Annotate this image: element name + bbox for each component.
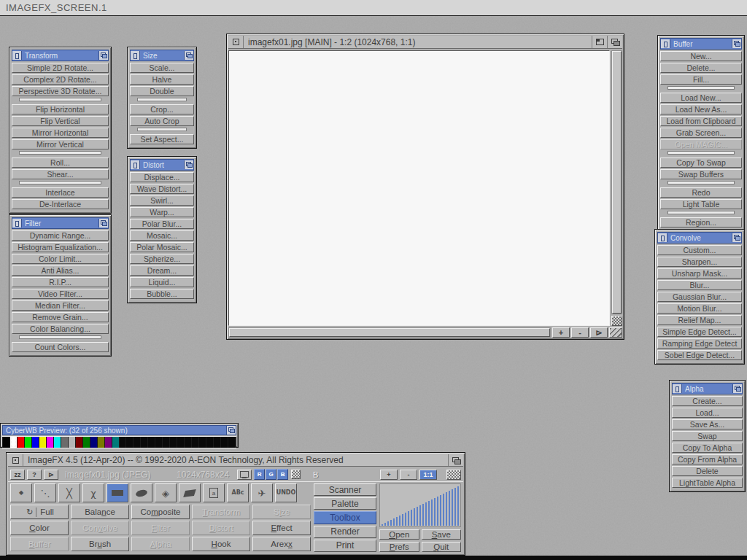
color-swatch[interactable]	[148, 437, 155, 448]
image-window-titlebar[interactable]: imagefx01.jpg [MAIN] - 1:2 (1024x768, 1:…	[228, 36, 622, 49]
region-button[interactable]: Region...	[660, 217, 742, 228]
remove-grain-button[interactable]: Remove Grain...	[12, 312, 109, 322]
buffer-button[interactable]: Buffer	[10, 537, 69, 551]
anti-alias-button[interactable]: Anti Alias...	[12, 265, 109, 276]
polygon-tool[interactable]: ◈	[155, 483, 177, 502]
color-swatch[interactable]	[133, 437, 140, 448]
depth-icon[interactable]	[184, 51, 193, 60]
color-swatch[interactable]	[126, 437, 133, 448]
vertical-scroll-thumb[interactable]	[612, 51, 622, 314]
color-swatch[interactable]	[32, 437, 39, 448]
dream-button[interactable]: Dream...	[130, 265, 194, 276]
monitor-icon[interactable]	[237, 470, 252, 480]
redo-button[interactable]: Redo	[660, 187, 742, 198]
toolbox-button[interactable]: Toolbox	[314, 511, 376, 524]
zoom-one-to-one-button[interactable]: 1:1	[419, 470, 437, 480]
prefs-button[interactable]: Prefs	[379, 542, 419, 552]
custom-button[interactable]: Custom...	[657, 245, 742, 255]
color-swatch[interactable]	[214, 437, 220, 448]
blur-button[interactable]: Blur...	[657, 280, 742, 290]
histogram-equalization-button[interactable]: Histogram Equalization...	[12, 242, 109, 252]
close-icon[interactable]	[228, 36, 244, 48]
hook-button[interactable]: Hook	[192, 537, 250, 551]
bubble-button[interactable]: Bubble...	[130, 289, 194, 299]
auto-crop-button[interactable]: Auto Crop	[130, 116, 194, 126]
median-filter-button[interactable]: Median Filter...	[12, 300, 109, 311]
color-swatch[interactable]	[83, 437, 90, 448]
balance-button[interactable]: Balance	[71, 505, 129, 519]
ramping-edge-detect-button[interactable]: Ramping Edge Detect	[657, 338, 742, 349]
horizontal-scroll-track[interactable]	[228, 327, 551, 338]
close-icon[interactable]	[673, 384, 682, 393]
brush-button[interactable]: Brush	[71, 537, 129, 551]
shear-button[interactable]: Shear...	[12, 169, 109, 179]
delete-button[interactable]: Delete...	[660, 63, 742, 73]
close-icon[interactable]	[12, 219, 22, 228]
motion-blur-button[interactable]: Motion Blur...	[657, 303, 742, 314]
load-from-clipboard-button[interactable]: Load from Clipboard	[660, 116, 742, 126]
swirl-button[interactable]: Swirl...	[130, 195, 194, 206]
color-swatch[interactable]	[221, 437, 228, 448]
quit-button[interactable]: Quit	[422, 542, 462, 552]
vertical-scroll-track[interactable]	[611, 50, 622, 314]
double-button[interactable]: Double	[130, 86, 194, 96]
color-balancing-button[interactable]: Color Balancing...	[12, 324, 109, 334]
load-new-button[interactable]: Load New...	[660, 93, 742, 103]
convolve-button[interactable]: Convolve	[71, 521, 129, 535]
channel-r-button[interactable]: R	[254, 469, 265, 480]
gaussian-blur-button[interactable]: Gaussian Blur...	[657, 292, 742, 302]
color-swatch[interactable]	[90, 437, 97, 448]
sleep-button[interactable]: zz	[10, 470, 25, 480]
interlace-button[interactable]: Interlace	[12, 187, 109, 198]
undo-button[interactable]: UNDO	[275, 483, 297, 502]
sobel-edge-detect-button[interactable]: Sobel Edge Detect...	[657, 350, 742, 360]
color-swatch[interactable]	[25, 437, 31, 448]
depth-icon[interactable]	[732, 233, 741, 242]
resize-handle[interactable]	[609, 327, 622, 338]
set-aspect-button[interactable]: Set Aspect...	[130, 134, 194, 144]
save-button[interactable]: Save	[422, 529, 462, 540]
lighttable-alpha-button[interactable]: LightTable Alpha	[672, 478, 743, 488]
mirror-vertical-button[interactable]: Mirror Vertical	[12, 139, 109, 149]
color-swatch[interactable]	[3, 437, 9, 448]
panel-titlebar[interactable]: Size	[130, 50, 194, 61]
close-icon[interactable]	[658, 233, 667, 242]
color-swatch[interactable]	[199, 437, 206, 448]
scissors-tool[interactable]: ✈	[251, 483, 273, 502]
horizontal-scroll-thumb[interactable]	[229, 328, 550, 337]
create-button[interactable]: Create...	[672, 396, 743, 406]
composite-button[interactable]: Composite	[131, 505, 190, 519]
r-i-p-button[interactable]: R.I.P...	[12, 277, 109, 287]
sharpen-button[interactable]: Sharpen...	[657, 257, 742, 267]
color-swatch[interactable]	[141, 437, 147, 448]
color-swatch[interactable]	[10, 437, 17, 448]
crop-button[interactable]: Crop...	[130, 104, 194, 114]
close-icon[interactable]	[8, 454, 23, 466]
ellipse-tool[interactable]	[131, 483, 152, 502]
channel-g-button[interactable]: G	[266, 469, 276, 480]
warp-button[interactable]: Warp...	[130, 207, 194, 217]
channel-b-button[interactable]: B	[277, 469, 288, 480]
depth-icon[interactable]	[732, 39, 741, 48]
stamp-tool[interactable]: a	[203, 483, 225, 502]
simple-2d-rotate-button[interactable]: Simple 2D Rotate...	[12, 63, 109, 73]
distort-button[interactable]: Distort	[192, 521, 250, 535]
panel-titlebar[interactable]: Alpha	[672, 383, 743, 394]
depth-icon[interactable]	[732, 384, 742, 393]
freehand-tool[interactable]	[179, 483, 201, 502]
image-canvas[interactable]	[228, 50, 610, 326]
shrink-button[interactable]: ⊳	[44, 470, 58, 480]
window-zoom-icon[interactable]	[592, 36, 607, 48]
delete-button[interactable]: Delete	[672, 466, 743, 476]
color-swatch[interactable]	[112, 437, 119, 448]
color-swatch[interactable]	[163, 437, 169, 448]
roll-button[interactable]: Roll...	[12, 158, 109, 168]
copy-to-alpha-button[interactable]: Copy To Alpha	[672, 443, 743, 453]
color-swatch[interactable]	[69, 437, 75, 448]
zoom-out-button[interactable]: -	[571, 327, 589, 338]
open-magic-button[interactable]: Open MAGIC...	[660, 139, 742, 149]
color-limit-button[interactable]: Color Limit...	[12, 254, 109, 264]
print-button[interactable]: Print	[314, 540, 376, 552]
color-swatch[interactable]	[61, 437, 68, 448]
complex-2d-rotate-button[interactable]: Complex 2D Rotate...	[12, 74, 109, 85]
